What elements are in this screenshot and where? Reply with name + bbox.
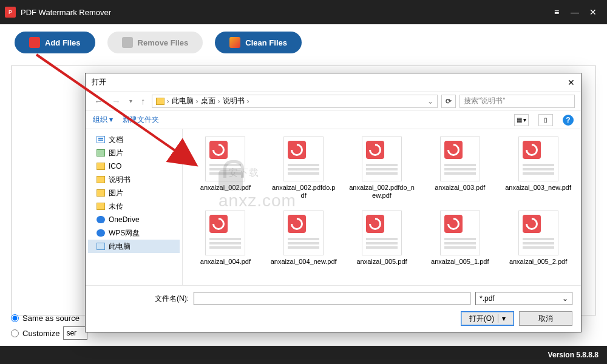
file-item[interactable]: anxaizai_003_new.pdf (500, 134, 576, 206)
pdf-badge-icon (209, 141, 228, 159)
folder-icon (156, 98, 164, 105)
folder-tree: 文档图片ICO说明书图片未传OneDriveWPS网盘此电脑 (86, 129, 183, 285)
dialog-bottom: 文件名(N): *.pdf⌄ 打开(O) ▾ 取消 (86, 285, 581, 332)
file-item[interactable]: anxaizai_002.pdfdo_new.pdf (344, 134, 420, 206)
tree-node[interactable]: 图片 (88, 146, 180, 160)
preview-pane-button[interactable]: ▯ (538, 114, 553, 126)
crumb-2[interactable]: 说明书 (223, 96, 245, 106)
file-name: anxaizai_004.pdf (200, 258, 251, 266)
file-item[interactable]: anxaizai_005.pdf (344, 208, 420, 280)
add-files-button[interactable]: Add Files (15, 32, 95, 53)
add-files-label: Add Files (45, 38, 81, 47)
pdf-badge-icon (444, 141, 463, 159)
cloud-icon (97, 216, 105, 223)
clean-files-button[interactable]: Clean Files (215, 32, 302, 53)
open-button[interactable]: 打开(O) ▾ (461, 311, 514, 326)
tree-node[interactable]: 说明书 (88, 173, 180, 186)
file-name: anxaizai_005_2.pdf (509, 258, 567, 266)
filter-dropdown[interactable]: *.pdf⌄ (475, 292, 572, 305)
nav-forward-button[interactable]: → (109, 96, 123, 106)
menu-button[interactable]: ≡ (548, 7, 566, 17)
pdf-badge-icon (444, 215, 463, 233)
tree-node[interactable]: WPS网盘 (88, 226, 180, 240)
dialog-title: 打开 (92, 77, 106, 87)
tree-node[interactable]: 图片 (88, 186, 180, 200)
doc-icon (97, 136, 105, 143)
tree-label: 图片 (109, 148, 123, 158)
crumb-1[interactable]: 桌面 (201, 96, 215, 106)
dialog-titlebar: 打开 ✕ (86, 73, 581, 92)
file-thumbnail (362, 211, 402, 255)
pdf-badge-icon (366, 215, 384, 233)
tree-node[interactable]: OneDrive (88, 213, 180, 226)
same-label: Same as source (22, 314, 80, 323)
fld-icon (97, 203, 105, 210)
customize-label: Customize (22, 329, 59, 338)
nav-recent-button[interactable]: ▾ (127, 98, 135, 104)
tree-node[interactable]: 未传 (88, 200, 180, 213)
dialog-close-button[interactable]: ✕ (568, 78, 575, 87)
status-bar: Version 5.8.8.8 (0, 346, 607, 364)
tree-label: ICO (109, 162, 121, 170)
pdf-badge-icon (523, 141, 541, 159)
file-item[interactable]: anxaizai_004_new.pdf (266, 208, 342, 280)
pdf-badge-icon (288, 141, 306, 159)
output-options: Same as source Customize (11, 314, 87, 340)
file-thumbnail (440, 136, 480, 181)
file-name: anxaizai_002.pdfdo.pdf (270, 184, 337, 200)
minimize-button[interactable]: — (566, 7, 584, 17)
dialog-toolbar: 组织 ▾ 新建文件夹 ▦ ▾ ▯ ? (86, 111, 581, 129)
nav-up-button[interactable]: ↑ (138, 96, 148, 106)
main-toolbar: Add Files Remove Files Clean Files (0, 24, 607, 61)
filename-input[interactable] (194, 292, 470, 305)
file-item[interactable]: anxaizai_002.pdfdo.pdf (266, 134, 342, 206)
cancel-button[interactable]: 取消 (519, 311, 572, 326)
same-as-source-option[interactable]: Same as source (11, 314, 87, 323)
dialog-nav: ← → ▾ ↑ ›此电脑 ›桌面 ›说明书 › ⌄ ⟳ 搜索"说明书" (86, 92, 581, 111)
file-thumbnail (362, 136, 402, 181)
tree-node[interactable]: ICO (88, 160, 180, 173)
tree-node[interactable]: 此电脑 (88, 240, 180, 253)
customize-path-input[interactable] (63, 326, 87, 340)
customize-option[interactable]: Customize (11, 326, 87, 340)
file-item[interactable]: anxaizai_002.pdf (188, 134, 263, 206)
file-thumbnail (283, 211, 324, 255)
tree-label: 图片 (109, 188, 123, 198)
file-item[interactable]: anxaizai_004.pdf (188, 208, 263, 280)
view-mode-button[interactable]: ▦ ▾ (514, 114, 529, 126)
chevron-down-icon[interactable]: ⌄ (427, 97, 433, 106)
pic-icon (97, 149, 105, 157)
app-icon: P (5, 7, 16, 18)
app-title: PDF Watermark Remover (21, 8, 548, 17)
new-folder-button[interactable]: 新建文件夹 (123, 115, 159, 125)
remove-files-button[interactable]: Remove Files (107, 32, 203, 53)
organize-menu[interactable]: 组织 ▾ (93, 115, 113, 125)
titlebar: P PDF Watermark Remover ≡ — ✕ (0, 0, 607, 24)
pdf-badge-icon (288, 215, 306, 233)
search-input[interactable]: 搜索"说明书" (459, 95, 575, 108)
file-name: anxaizai_002.pdfdo_new.pdf (348, 184, 415, 200)
clean-files-label: Clean Files (245, 38, 287, 47)
pdf-icon (29, 37, 40, 48)
same-radio[interactable] (11, 314, 19, 322)
chevron-down-icon: ⌄ (562, 294, 568, 303)
trash-icon (122, 37, 133, 48)
breadcrumb[interactable]: ›此电脑 ›桌面 ›说明书 › ⌄ (152, 95, 438, 108)
file-name: anxaizai_005.pdf (356, 258, 407, 266)
file-item[interactable]: anxaizai_005_1.pdf (422, 208, 498, 280)
crumb-0[interactable]: 此电脑 (172, 96, 194, 106)
file-thumbnail (518, 211, 558, 255)
help-button[interactable]: ? (563, 115, 574, 126)
tree-label: WPS网盘 (109, 228, 140, 238)
close-button[interactable]: ✕ (584, 7, 602, 17)
file-name: anxaizai_005_1.pdf (431, 258, 489, 266)
tree-node[interactable]: 文档 (88, 133, 180, 146)
file-item[interactable]: anxaizai_003.pdf (422, 134, 498, 206)
cloud-icon (97, 229, 105, 237)
nav-back-button[interactable]: ← (92, 96, 106, 106)
refresh-button[interactable]: ⟳ (441, 95, 456, 108)
file-thumbnail (205, 136, 245, 181)
file-item[interactable]: anxaizai_005_2.pdf (500, 208, 576, 280)
file-thumbnail (518, 136, 558, 181)
customize-radio[interactable] (11, 329, 19, 337)
